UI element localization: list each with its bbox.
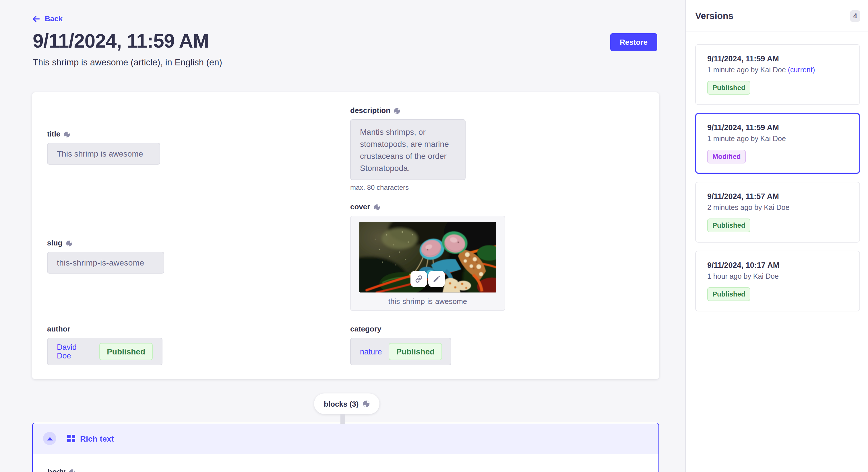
cover-label: cover <box>350 203 505 211</box>
edit-media-button[interactable] <box>428 271 445 287</box>
cover-media-card: this-shrimp-is-awesome <box>350 216 505 311</box>
locale-globe-icon <box>394 107 400 114</box>
copy-link-button[interactable] <box>410 271 427 287</box>
back-arrow-icon <box>32 14 40 23</box>
version-card[interactable]: 9/11/2024, 11:59 AM 1 minute ago by Kai … <box>695 44 860 105</box>
pencil-icon <box>432 275 441 283</box>
locale-globe-icon <box>66 240 72 246</box>
description-hint: max. 80 characters <box>350 183 466 192</box>
author-field-group: author David Doe Published <box>47 325 162 365</box>
main-content: Back 9/11/2024, 11:59 AM This shrimp is … <box>0 0 685 472</box>
category-field-group: category nature Published <box>350 325 451 365</box>
page-subtitle: This shrimp is awesome (article), in Eng… <box>33 57 222 68</box>
back-link[interactable]: Back <box>32 14 63 23</box>
author-status-badge: Published <box>99 343 153 360</box>
versions-sidebar: Versions 4 9/11/2024, 11:59 AM 1 minute … <box>685 0 868 472</box>
version-card[interactable]: 9/11/2024, 10:17 AM 1 hour ago by Kai Do… <box>695 250 860 311</box>
versions-count-badge: 4 <box>850 10 860 22</box>
component-grid-icon <box>67 435 75 442</box>
versions-panel-title: Versions <box>695 11 733 21</box>
version-meta: 1 minute ago by Kai Doe <box>707 135 848 143</box>
versions-list: 9/11/2024, 11:59 AM 1 minute ago by Kai … <box>686 32 868 329</box>
cover-actions <box>410 271 445 287</box>
blocks-connector <box>340 414 345 424</box>
version-date: 9/11/2024, 11:57 AM <box>707 192 848 201</box>
category-link[interactable]: nature <box>360 347 382 356</box>
version-status-badge: Published <box>707 81 751 95</box>
description-label: description <box>350 107 466 115</box>
category-relation-box: nature Published <box>350 338 451 365</box>
version-date: 9/11/2024, 10:17 AM <box>707 261 848 270</box>
title-input: This shrimp is awesome <box>47 143 160 165</box>
versions-sidebar-header: Versions 4 <box>686 0 868 32</box>
slug-field-group: slug this-shrimp-is-awesome <box>47 239 164 274</box>
chevron-up-icon <box>47 437 53 440</box>
locale-globe-icon <box>69 469 75 472</box>
rich-text-accordion-header[interactable]: Rich text <box>33 423 658 453</box>
restore-button[interactable]: Restore <box>610 33 657 51</box>
body-label: body <box>48 468 644 472</box>
locale-globe-icon <box>363 400 369 407</box>
author-label: author <box>47 325 162 333</box>
description-field-group: description Mantis shrimps, or stomatopo… <box>350 107 466 192</box>
version-meta: 2 minutes ago by Kai Doe <box>707 204 848 212</box>
rich-text-block-panel: Rich text body <box>32 423 659 472</box>
version-form-card: title This shrimp is awesome description… <box>32 92 659 379</box>
title-label: title <box>47 130 160 138</box>
back-label: Back <box>45 14 63 23</box>
version-status-badge: Published <box>707 218 751 232</box>
version-history-page: Back 9/11/2024, 11:59 AM This shrimp is … <box>0 0 868 472</box>
version-meta: 1 hour ago by Kai Doe <box>707 272 848 280</box>
description-textarea: Mantis shrimps, or stomatopods, are mari… <box>350 119 466 180</box>
version-status-badge: Modified <box>707 150 746 164</box>
version-meta: 1 minute ago by Kai Doe (current) <box>707 66 848 74</box>
page-title: 9/11/2024, 11:59 AM <box>33 30 209 52</box>
locale-globe-icon <box>373 204 380 210</box>
version-date: 9/11/2024, 11:59 AM <box>707 123 848 132</box>
cover-field-group: cover <box>350 203 505 311</box>
rich-text-block-title: Rich text <box>80 434 114 443</box>
category-status-badge: Published <box>389 343 442 360</box>
category-label: category <box>350 325 451 333</box>
collapse-accordion-button[interactable] <box>43 432 56 445</box>
author-relation-box: David Doe Published <box>47 338 162 365</box>
author-link[interactable]: David Doe <box>57 343 91 360</box>
link-icon <box>414 275 423 283</box>
blocks-field-pill: blocks (3) <box>314 394 379 414</box>
slug-input: this-shrimp-is-awesome <box>47 252 164 274</box>
version-status-badge: Published <box>707 287 751 301</box>
current-version-label: (current) <box>788 66 815 74</box>
cover-filename: this-shrimp-is-awesome <box>351 297 505 306</box>
rich-text-block-body: body <box>33 453 658 472</box>
version-date: 9/11/2024, 11:59 AM <box>707 55 848 63</box>
title-field-group: title This shrimp is awesome <box>47 130 160 165</box>
version-card[interactable]: 9/11/2024, 11:57 AM 2 minutes ago by Kai… <box>695 182 860 243</box>
locale-globe-icon <box>64 131 70 137</box>
slug-label: slug <box>47 239 164 247</box>
version-card-selected[interactable]: 9/11/2024, 11:59 AM 1 minute ago by Kai … <box>695 113 860 174</box>
